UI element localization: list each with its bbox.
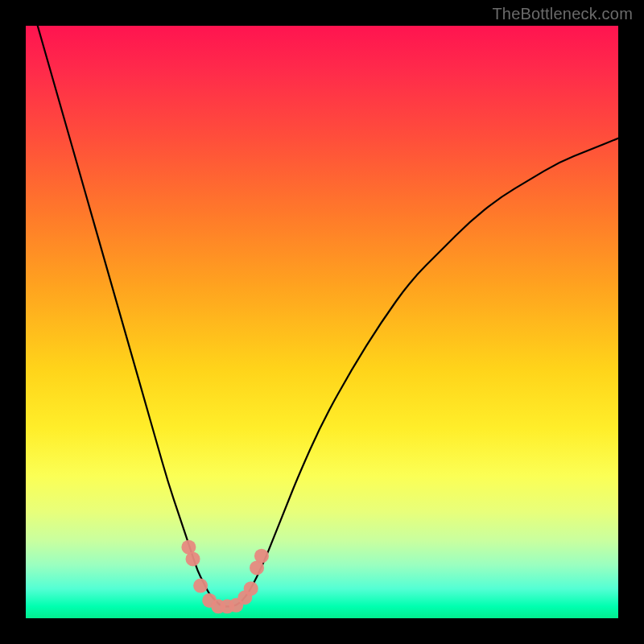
bottleneck-curve [38,26,618,606]
plot-area [26,26,618,618]
highlight-markers [181,540,269,614]
marker-dot [254,549,269,564]
curve-layer [26,26,618,618]
marker-dot [193,579,208,593]
watermark-text: TheBottleneck.com [492,5,633,23]
chart-frame: TheBottleneck.com [0,0,644,644]
marker-dot [186,551,200,566]
marker-dot [244,581,258,596]
